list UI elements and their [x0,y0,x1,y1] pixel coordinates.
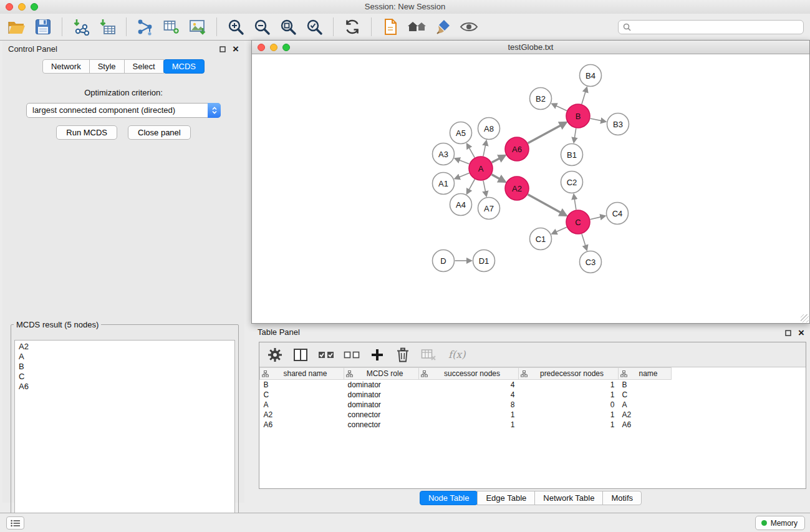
import-table-button[interactable] [94,14,120,39]
edge-B-B1[interactable] [574,128,576,142]
table-cell[interactable]: 1 [519,410,619,420]
edge-A-A3[interactable] [455,158,469,163]
zoom-selected-button[interactable] [301,14,327,39]
edge-C-C2[interactable] [574,195,576,210]
node-B[interactable]: B [566,104,590,128]
function-builder-button[interactable]: f(x) [446,349,465,360]
table-cell[interactable]: A [619,400,672,410]
zoom-out-button[interactable] [249,14,275,39]
edge-A-A2[interactable] [492,175,505,182]
table-cell[interactable]: 1 [419,410,519,420]
run-mcds-button[interactable]: Run MCDS [56,125,117,140]
node-C4[interactable]: C4 [607,203,629,225]
node-A1[interactable]: A1 [433,173,455,195]
node-D[interactable]: D [433,250,455,272]
table-panel-close-icon[interactable]: × [798,328,804,338]
criterion-dropdown[interactable]: largest connected component (directed) [26,103,221,118]
node-A5[interactable]: A5 [450,122,472,144]
network-canvas[interactable]: B4B2BB3A5A8A6B1A3AC2A1A2A4A7C4CC1C3DD1 [252,55,809,323]
column-header-MCDS-role[interactable]: MCDS role [344,368,419,380]
vertical-splitter[interactable] [244,41,251,503]
table-row[interactable]: A6connector11A6 [260,420,679,430]
import-network-button[interactable] [68,14,94,39]
network-share-button[interactable] [132,14,158,39]
resize-grip-icon[interactable] [801,314,809,322]
tab-node-table[interactable]: Node Table [420,491,478,505]
edge-B-B3[interactable] [591,118,605,122]
minimize-window-button[interactable] [18,3,26,11]
edge-A-A1[interactable] [455,173,469,178]
node-D1[interactable]: D1 [473,250,495,272]
zoom-in-button[interactable] [223,14,249,39]
table-cell[interactable]: B [619,380,672,390]
edge-B-B2[interactable] [552,104,567,111]
edge-A-A8[interactable] [483,141,486,156]
node-C[interactable]: C [566,210,590,234]
column-header-shared-name[interactable]: shared name [260,368,344,380]
result-item[interactable]: A2 [19,342,231,352]
show-columns-button[interactable] [292,346,309,364]
document-button[interactable] [377,14,403,39]
node-C2[interactable]: C2 [561,172,583,193]
table-cell[interactable]: 4 [419,390,519,400]
node-A4[interactable]: A4 [450,194,472,216]
close-panel-button[interactable]: Close panel [128,125,191,140]
add-row-button[interactable] [369,346,385,364]
node-A[interactable]: A [469,157,493,180]
float-panel-icon[interactable] [219,46,226,52]
edge-A-A7[interactable] [483,181,486,196]
table-cell[interactable]: 1 [519,420,619,430]
result-item[interactable]: A [19,352,231,362]
edge-C-C1[interactable] [552,227,567,233]
column-header-predecessor-nodes[interactable]: predecessor nodes [519,368,619,380]
node-A7[interactable]: A7 [478,198,500,220]
panel-list-button[interactable] [6,516,24,530]
table-row[interactable]: Bdominator41B [260,380,679,390]
network-close-button[interactable] [258,44,265,51]
style-brush-button[interactable] [430,14,456,39]
node-B2[interactable]: B2 [530,88,552,110]
network-table-button[interactable] [158,14,185,39]
tab-motifs[interactable]: Motifs [602,491,642,505]
deselect-all-button[interactable] [344,346,360,364]
node-C3[interactable]: C3 [580,251,602,273]
control-panel-close-icon[interactable]: × [233,44,239,54]
table-cell[interactable]: dominator [344,390,419,400]
node-A8[interactable]: A8 [478,118,500,140]
tab-edge-table[interactable]: Edge Table [477,491,535,505]
edge-C-C4[interactable] [591,216,605,219]
column-header-name[interactable]: name [619,368,672,380]
zoom-window-button[interactable] [31,3,38,11]
table-cell[interactable]: B [260,380,344,390]
node-B1[interactable]: B1 [561,144,583,166]
table-cell[interactable]: dominator [344,380,419,390]
table-cell[interactable]: 1 [519,390,619,400]
edge-A2-C[interactable] [528,195,566,216]
node-A2[interactable]: A2 [505,177,529,200]
table-panel-float-icon[interactable] [785,330,791,336]
result-item[interactable]: C [19,372,231,382]
table-row[interactable]: Cdominator41C [260,390,679,400]
edge-A-A4[interactable] [467,180,475,194]
close-window-button[interactable] [6,3,13,11]
node-A3[interactable]: A3 [433,143,455,165]
tab-mcds[interactable]: MCDS [163,59,205,74]
table-cell[interactable]: dominator [344,400,419,410]
table-cell[interactable]: 8 [419,400,519,410]
refresh-button[interactable] [339,14,365,39]
table-cell[interactable]: A [260,400,344,410]
table-cell[interactable]: 1 [519,380,619,390]
table-cell[interactable]: A6 [619,420,672,430]
edge-C-C3[interactable] [582,234,587,249]
table-row[interactable]: A2connector11A2 [260,410,679,420]
result-item[interactable]: A6 [19,382,231,392]
network-minimize-button[interactable] [270,44,277,51]
table-cell[interactable]: connector [344,420,419,430]
eye-button[interactable] [456,14,482,39]
table-row[interactable]: Adominator80A [260,400,679,410]
node-A6[interactable]: A6 [505,137,529,161]
edge-A-A6[interactable] [492,155,505,162]
node-C1[interactable]: C1 [530,228,552,250]
folder-open-button[interactable] [4,14,30,39]
table-cell[interactable]: A2 [619,410,672,420]
